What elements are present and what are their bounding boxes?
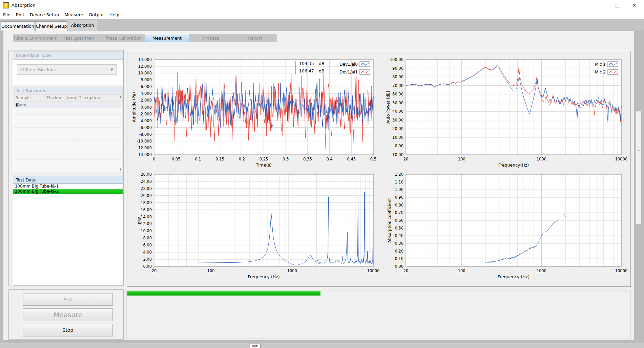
subtab-report[interactable]: Report [233, 34, 277, 42]
svg-text:0.50: 0.50 [395, 226, 403, 231]
impedance-tube-dropdown-value: 100mm Big Tube [20, 67, 56, 72]
menu-edit[interactable]: Edit [13, 11, 27, 19]
svg-text:0.2: 0.2 [239, 157, 245, 161]
svg-text:106.47: 106.47 [299, 68, 314, 73]
svg-text:Frequency (Hz): Frequency (Hz) [498, 274, 529, 279]
svg-text:dB: dB [319, 61, 325, 66]
table-cell [44, 102, 76, 108]
table-cell [44, 134, 76, 140]
table-cell [13, 153, 44, 159]
svg-text:-6.000: -6.000 [139, 125, 152, 130]
svg-text:10.00: 10.00 [141, 229, 152, 233]
tab-documentation[interactable]: Documentation [1, 21, 35, 31]
window-title: Absorption [12, 3, 35, 8]
tab-absorption[interactable]: Absorption [68, 20, 97, 31]
svg-text:Dev1/ai0: Dev1/ai0 [339, 62, 358, 67]
tab-channel-setup[interactable]: Channel Setup [35, 21, 67, 31]
menu-device-setup[interactable]: Device Setup [27, 11, 62, 19]
menu-measure[interactable]: Measure [62, 11, 86, 19]
svg-text:0.45: 0.45 [347, 157, 356, 161]
auto-power-chart: 100.0090.0080.0070.0060.0050.0040.0030.0… [406, 60, 621, 155]
impedance-tube-dropdown[interactable]: 100mm Big Tube ▼ [17, 64, 117, 75]
close-button[interactable]: ✕ [628, 2, 640, 9]
svg-text:0: 0 [153, 157, 155, 161]
scroll-up-icon[interactable]: ▲ [118, 95, 123, 99]
svg-text:-14.000: -14.000 [137, 152, 152, 157]
svg-text:0.4: 0.4 [326, 157, 332, 161]
table-cell [44, 115, 76, 121]
stop-button[interactable]: Stop [23, 324, 113, 336]
svg-text:Frequency (Hz): Frequency (Hz) [248, 274, 279, 279]
svg-text:0.00: 0.00 [143, 264, 152, 269]
svg-text:0.60: 0.60 [395, 218, 403, 223]
scroll-down-icon[interactable]: ▼ [118, 167, 123, 172]
table-cell [76, 115, 123, 121]
table-cell [13, 115, 44, 121]
test-data-item[interactable]: 100mm Big Tube-棉-2 [13, 189, 123, 194]
svg-text:20: 20 [403, 157, 409, 161]
table-cell [76, 108, 123, 114]
svg-text:0.25: 0.25 [259, 157, 268, 161]
left-margin [0, 30, 3, 348]
svg-text:26.00: 26.00 [141, 172, 152, 177]
subtab-phase-calibration[interactable]: Phase Calibration [101, 34, 145, 42]
table-row [13, 115, 123, 121]
table-cell [76, 121, 123, 127]
panel-collapse-splitter[interactable]: < [636, 111, 642, 224]
table-cell [76, 140, 123, 147]
test-specimen-header: Test Specimen [13, 87, 123, 94]
svg-text:0.30: 0.30 [395, 241, 403, 246]
table-cell [44, 166, 76, 172]
table-row[interactable]: 棉 [13, 102, 123, 108]
svg-text:30.00: 30.00 [392, 118, 403, 123]
table-cell [44, 121, 76, 127]
measure-button[interactable]: Measure [23, 308, 113, 321]
chevron-down-icon[interactable]: ▼ [107, 65, 116, 74]
svg-text:8.00: 8.00 [143, 236, 152, 240]
svg-text:0.10: 0.10 [395, 256, 403, 261]
table-cell [44, 128, 76, 134]
svg-text:100: 100 [458, 157, 465, 161]
svg-text:-12.000: -12.000 [137, 146, 152, 150]
svg-text:Absorption coefficient: Absorption coefficient [387, 198, 392, 243]
svg-text:6.000: 6.000 [141, 84, 152, 89]
svg-text:1000: 1000 [537, 157, 546, 161]
table-row [13, 153, 123, 160]
svg-text:dB: dB [319, 68, 325, 73]
table-cell [13, 108, 44, 114]
subtab-measurement[interactable]: Measurement [145, 34, 189, 42]
subtab-process[interactable]: Process [189, 34, 233, 42]
svg-text:0.1: 0.1 [195, 157, 201, 161]
bottom-panel [126, 290, 631, 339]
menu-help[interactable]: Help [107, 11, 122, 19]
subtab-tube-environment[interactable]: Tube & Environment [13, 34, 57, 42]
svg-text:50.00: 50.00 [392, 101, 403, 105]
svg-text:2.00: 2.00 [143, 257, 152, 262]
taskbar-paint-item[interactable]: 画图 [250, 344, 261, 348]
taskbar-strip [0, 343, 644, 348]
test-data-item[interactable]: 100mm Big Tube-棉-1 [13, 184, 123, 189]
svg-text:Mic 1: Mic 1 [595, 62, 606, 67]
svg-text:60.00: 60.00 [392, 92, 403, 96]
menu-bar: FileEditDevice SetupMeasureOutputHelp [0, 11, 644, 19]
progress-bar [127, 291, 320, 296]
svg-text:0.15: 0.15 [215, 157, 224, 161]
maximize-button[interactable]: □ [611, 2, 623, 9]
arm-button[interactable]: Arm [23, 293, 113, 306]
menu-file[interactable]: File [0, 11, 13, 19]
svg-text:Amplitude (Pa): Amplitude (Pa) [132, 92, 137, 122]
minimize-button[interactable]: – [596, 2, 607, 9]
menu-output[interactable]: Output [86, 11, 107, 19]
svg-text:10000: 10000 [367, 268, 380, 273]
table-cell [44, 160, 76, 166]
table-row [13, 166, 123, 173]
table-cell [13, 140, 44, 147]
app-icon [3, 2, 9, 8]
svg-text:22.00: 22.00 [141, 186, 152, 191]
svg-text:10000: 10000 [615, 157, 628, 161]
svg-text:FRF: FRF [138, 217, 142, 224]
svg-text:70.00: 70.00 [392, 83, 403, 88]
svg-text:80.00: 80.00 [392, 74, 403, 79]
subtab-test-specimen[interactable]: Test Specimen [57, 34, 101, 42]
svg-text:1.00: 1.00 [395, 187, 403, 192]
